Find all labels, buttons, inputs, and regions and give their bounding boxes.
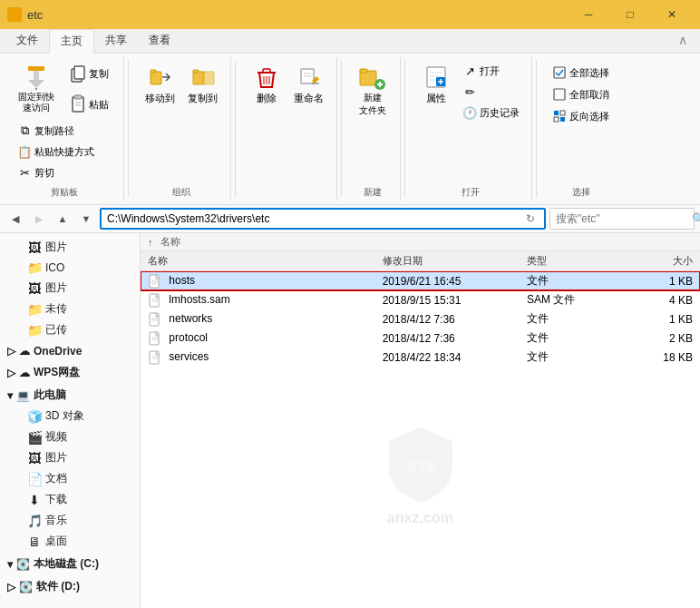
header-name[interactable]: 名称 [141, 254, 375, 268]
file-area: ↑ 名称 名称 修改日期 类型 大小 [141, 233, 700, 608]
sidebar-item-video[interactable]: 🎬 视频 [0, 427, 140, 447]
up-button[interactable]: ▲ [53, 209, 73, 229]
invert-select-button[interactable]: 反向选择 [548, 106, 614, 126]
new-folder-button[interactable]: 新建文件夹 [353, 59, 393, 121]
new-group: 新建文件夹 新建 [345, 57, 401, 201]
forward-button[interactable]: ▶ [29, 209, 49, 229]
file-name-protocol: protocol [141, 331, 375, 346]
file-size-lmhosts: 4 KB [627, 294, 700, 307]
header-type[interactable]: 类型 [520, 254, 627, 268]
sidebar-item-uploaded[interactable]: 📁 已传 [0, 319, 140, 340]
sidebar-item-3d[interactable]: 🧊 3D 对象 [0, 406, 140, 427]
history-button[interactable]: 🕐 历史记录 [458, 103, 524, 123]
tab-view[interactable]: 查看 [138, 29, 181, 53]
new-folder-label: 新建文件夹 [359, 92, 386, 117]
tab-home[interactable]: 主页 [49, 29, 94, 54]
open-button[interactable]: ↗ 打开 [458, 61, 524, 81]
edit-button[interactable]: ✏ [458, 82, 524, 102]
search-icon[interactable]: 🔍 [692, 212, 700, 225]
file-row-networks[interactable]: networks 2018/4/12 7:36 文件 1 KB [141, 309, 700, 329]
sidebar: 🖼 图片 📁 ICO 🖼 图片 📁 未传 📁 已传 ▷ ☁ OneDrive [0, 233, 141, 608]
svg-rect-40 [554, 117, 559, 122]
svg-rect-38 [554, 111, 559, 115]
properties-icon [422, 63, 451, 92]
file-size-hosts: 1 KB [627, 275, 700, 288]
file-name-hosts: hosts [141, 274, 375, 289]
close-button[interactable]: ✕ [651, 0, 693, 29]
svg-rect-16 [263, 69, 270, 73]
select-all-icon [552, 65, 567, 80]
pin-quick-button[interactable]: 固定到快速访问 [13, 59, 60, 117]
tab-share[interactable]: 共享 [94, 29, 138, 53]
main-area: 🖼 图片 📁 ICO 🖼 图片 📁 未传 📁 已传 ▷ ☁ OneDrive [0, 233, 700, 608]
sidebar-item-wps[interactable]: ▷ ☁ WPS网盘 [0, 360, 140, 383]
sidebar-label: 本地磁盘 (C:) [34, 556, 99, 572]
invert-select-icon [552, 109, 567, 123]
sidebar-item-thispc[interactable]: ▾ 💻 此电脑 [0, 383, 140, 406]
new-folder-icon [358, 63, 387, 92]
copy-to-button[interactable]: 复制到 [182, 59, 223, 109]
back-button[interactable]: ◀ [5, 209, 25, 229]
soft-d-icon: 💽 [19, 581, 33, 593]
sidebar-item-ico[interactable]: 📁 ICO [0, 258, 140, 278]
sidebar-item-pictures3[interactable]: 🖼 图片 [0, 447, 140, 468]
sidebar-item-downloads[interactable]: ⬇ 下载 [0, 489, 140, 510]
copy-path-icon: ⧉ [17, 123, 32, 138]
file-row-hosts[interactable]: hosts 2019/6/21 16:45 文件 1 KB [141, 271, 700, 290]
sidebar-item-docs[interactable]: 📄 文档 [0, 468, 140, 489]
copy-to-label: 复制到 [188, 92, 218, 105]
select-group: 全部选择 全部取消 [540, 57, 621, 201]
sidebar-label: 桌面 [45, 534, 67, 549]
paste-shortcut-button[interactable]: 📋 粘贴快捷方式 [13, 142, 116, 162]
address-bar: ◀ ▶ ▲ ▼ ↻ 🔍 [0, 205, 700, 233]
thispc-icon: 💻 [16, 389, 30, 402]
sidebar-item-local-c[interactable]: ▾ 💽 本地磁盘 (C:) [0, 552, 140, 574]
sidebar-item-pictures-top[interactable]: 🖼 图片 [0, 237, 140, 258]
recent-locations-button[interactable]: ▼ [76, 209, 96, 229]
move-to-button[interactable]: 移动到 [140, 59, 180, 109]
pin-icon [22, 63, 51, 92]
tab-file[interactable]: 文件 [5, 29, 49, 53]
sidebar-item-desktop[interactable]: 🖥 桌面 [0, 531, 140, 552]
delete-label: 删除 [257, 92, 277, 105]
sidebar-item-pictures2[interactable]: 🖼 图片 [0, 278, 140, 299]
expand-icon: ▷ [7, 367, 15, 379]
window-title: etc [27, 8, 43, 22]
select-none-icon [552, 87, 567, 102]
file-date-services: 2018/4/22 18:34 [375, 351, 520, 364]
file-row-services[interactable]: services 2018/4/22 18:34 文件 18 KB [141, 348, 700, 367]
address-input[interactable] [107, 212, 522, 225]
file-list: hosts 2019/6/21 16:45 文件 1 KB [141, 271, 700, 608]
copy-button[interactable]: 复制 [62, 59, 116, 88]
expand-icon [15, 430, 24, 445]
folder-icon [7, 7, 22, 22]
expand-icon [15, 281, 24, 296]
search-box: 🔍 [549, 208, 695, 230]
file-row-lmhosts[interactable]: lmhosts.sam 2018/9/15 15:31 SAM 文件 4 KB [141, 290, 700, 309]
delete-button[interactable]: 删除 [247, 59, 287, 109]
sidebar-label: 软件 (D:) [36, 579, 80, 594]
search-input[interactable] [556, 212, 692, 225]
sidebar-item-music[interactable]: 🎵 音乐 [0, 510, 140, 531]
ribbon-collapse-btn[interactable]: ∧ [671, 29, 695, 53]
file-type-hosts: 文件 [520, 273, 627, 289]
sidebar-item-onedrive[interactable]: ▷ ☁ OneDrive [0, 340, 140, 360]
header-size[interactable]: 大小 [627, 254, 700, 268]
maximize-button[interactable]: □ [609, 0, 651, 29]
move-to-icon [146, 63, 175, 92]
rename-button[interactable]: 重命名 [288, 59, 329, 109]
header-date[interactable]: 修改日期 [375, 254, 520, 268]
cut-button[interactable]: ✂ 剪切 [13, 162, 116, 182]
select-all-button[interactable]: 全部选择 [548, 63, 614, 83]
file-row-protocol[interactable]: protocol 2018/4/12 7:36 文件 2 KB [141, 329, 700, 348]
copy-path-button[interactable]: ⧉ 复制路径 [13, 121, 116, 141]
copy-label: 复制 [89, 67, 109, 81]
expand-icon [15, 260, 24, 275]
sidebar-item-soft-d[interactable]: ▷ 💽 软件 (D:) [0, 574, 140, 597]
minimize-button[interactable]: ─ [568, 0, 609, 29]
paste-button[interactable]: 粘贴 [62, 90, 116, 119]
refresh-icon[interactable]: ↻ [522, 211, 539, 227]
sidebar-item-unuploaded[interactable]: 📁 未传 [0, 299, 140, 319]
select-none-button[interactable]: 全部取消 [548, 84, 614, 104]
properties-button[interactable]: 属性 [416, 59, 456, 123]
